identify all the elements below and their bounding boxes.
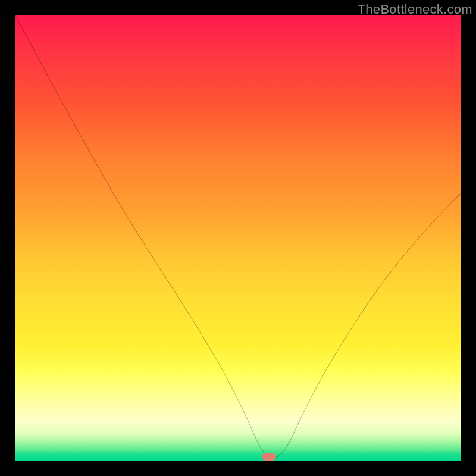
watermark: TheBottleneck.com — [358, 2, 472, 17]
bottleneck-curve — [15, 15, 461, 458]
chart-container: TheBottleneck.com — [0, 0, 476, 476]
plot-area — [15, 15, 461, 461]
curve-svg — [15, 15, 461, 461]
bottleneck-marker — [262, 453, 276, 461]
